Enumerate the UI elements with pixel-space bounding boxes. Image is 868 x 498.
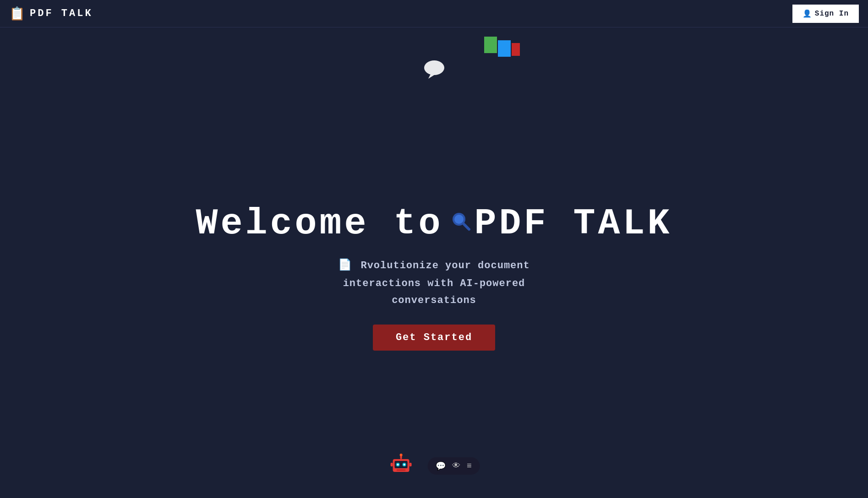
subtitle-line3: conversations <box>392 295 476 306</box>
bottom-pill-widget: 💬 👁 ≡ <box>427 457 480 475</box>
svg-line-4 <box>464 224 469 229</box>
floating-chat-bubble <box>423 60 446 85</box>
hero-title-part2: PDF TALK <box>475 204 672 244</box>
main-content: Welcome to PDF TALK 📄 Rvolutionize your … <box>0 0 868 498</box>
svg-point-9 <box>397 464 399 466</box>
eye-icon[interactable]: 👁 <box>452 461 460 471</box>
sign-in-label: Sign In <box>815 10 849 18</box>
subtitle-line2: interactions with AI-powered <box>343 278 525 289</box>
subtitle-line1: Rvolutionize your document <box>360 260 530 271</box>
sign-in-button[interactable]: 👤 Sign In <box>792 5 859 23</box>
robot-icon <box>388 452 414 480</box>
hero-title-part1: Welcome to <box>196 204 443 244</box>
bottom-widget-area: 💬 👁 ≡ <box>388 452 480 480</box>
logo-container: 📋 PDF TALK <box>9 6 93 22</box>
svg-point-12 <box>399 454 402 456</box>
user-icon: 👤 <box>802 9 812 18</box>
doc-icon-inline: 📄 <box>338 259 352 271</box>
svg-point-0 <box>424 60 444 75</box>
chat-icon[interactable]: 💬 <box>436 461 446 471</box>
navbar: 📋 PDF TALK 👤 Sign In <box>0 0 868 27</box>
menu-icon[interactable]: ≡ <box>467 461 472 471</box>
svg-rect-13 <box>396 469 405 471</box>
hero-subtitle: 📄 Rvolutionize your document interaction… <box>338 256 530 309</box>
hero-title: Welcome to PDF TALK <box>196 202 672 245</box>
hero-section: Welcome to PDF TALK 📄 Rvolutionize your … <box>196 202 672 351</box>
logo-text: PDF TALK <box>30 8 93 19</box>
svg-point-3 <box>454 215 464 224</box>
svg-point-10 <box>403 464 405 466</box>
search-magnifier-icon <box>450 202 472 243</box>
logo-icon: 📋 <box>9 6 25 22</box>
get-started-button[interactable]: Get Started <box>373 325 495 351</box>
svg-rect-14 <box>390 463 393 466</box>
svg-rect-15 <box>409 463 411 466</box>
